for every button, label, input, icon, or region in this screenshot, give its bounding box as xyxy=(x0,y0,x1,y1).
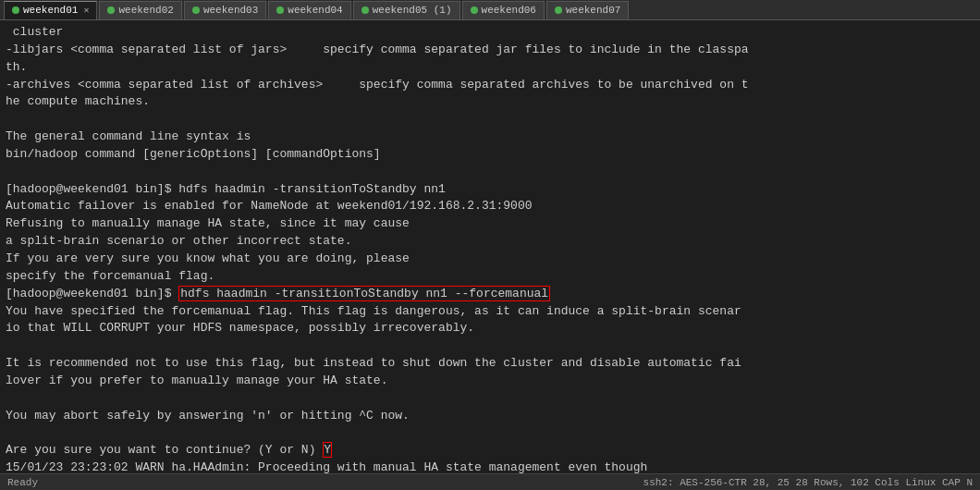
tab-status-icon-7 xyxy=(555,6,562,14)
tab-weekend02[interactable]: weekend02 xyxy=(99,1,181,19)
y-highlight: Y xyxy=(323,442,332,458)
tab-weekend05[interactable]: weekend05 (1) xyxy=(353,1,460,19)
tab-status-icon xyxy=(12,6,19,14)
tab-weekend01[interactable]: weekend01 ✕ xyxy=(4,1,97,19)
title-bar: weekend01 ✕ weekend02 weekend03 weekend0… xyxy=(0,0,980,20)
tab-status-icon-6 xyxy=(471,6,478,14)
status-ready: Ready xyxy=(7,477,38,488)
tab-status-icon-4 xyxy=(276,6,284,14)
status-bar: Ready ssh2: AES-256-CTR 28, 25 28 Rows, … xyxy=(0,473,980,490)
tab-status-icon-3 xyxy=(192,6,200,14)
tab-weekend06[interactable]: weekend06 xyxy=(462,1,545,19)
tab-status-icon-5 xyxy=(361,6,369,14)
status-info: ssh2: AES-256-CTR 28, 25 28 Rows, 102 Co… xyxy=(643,477,973,488)
tab-status-icon-2 xyxy=(107,6,115,14)
tab-weekend03[interactable]: weekend03 xyxy=(184,1,266,19)
tab-weekend07[interactable]: weekend07 xyxy=(546,1,629,19)
tab-weekend04[interactable]: weekend04 xyxy=(268,1,350,19)
terminal-area: cluster -libjars <comma separated list o… xyxy=(0,20,980,473)
command-highlight: hdfs haadmin -transitionToStandby nn1 --… xyxy=(178,286,550,301)
